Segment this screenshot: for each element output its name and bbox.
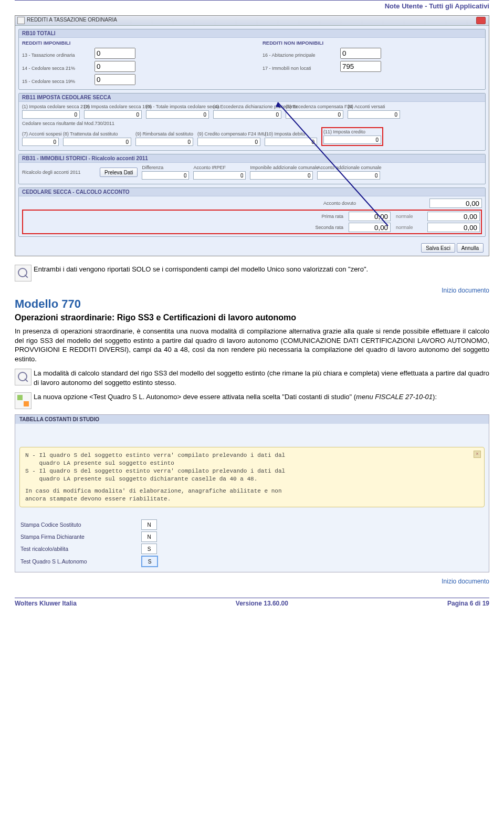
tip-line: In caso di modifica modalita' di elabora… xyxy=(25,487,479,495)
rb11-row2-intro: Cedolare secca risultante dal Mod.730/20… xyxy=(22,121,482,126)
acc-r2-label: Prima rata xyxy=(286,214,343,219)
impadd-field[interactable] xyxy=(250,171,313,180)
r17-field[interactable] xyxy=(340,61,381,72)
impadd-label: Imponibile addizionale comunale xyxy=(250,165,313,170)
acc-r2-side[interactable] xyxy=(427,212,480,221)
c7-field[interactable] xyxy=(22,138,59,146)
c10-label: (10) Imposta debito xyxy=(265,131,317,137)
c6-field[interactable] xyxy=(348,110,400,119)
c9a-field[interactable] xyxy=(135,138,193,146)
acc-r2-field[interactable] xyxy=(349,212,391,221)
c11-field[interactable] xyxy=(323,135,381,144)
r14-label: 14 - Cedolare secca 21% xyxy=(22,66,90,71)
c2-field[interactable] xyxy=(84,110,142,119)
note-text-3: La nuova opzione <Test Quadro S L. Auton… xyxy=(34,392,437,402)
accadd-label: Acconto addizionale comunale xyxy=(317,165,380,170)
rb31-ric-label: Ricalcolo degli acconti 2011 xyxy=(22,170,96,175)
screenshot-tax-dialog: REDDITI A TASSAZIONE ORDINARIA RB10 TOTA… xyxy=(15,15,489,256)
c4-field[interactable] xyxy=(213,110,281,119)
save-exit-button[interactable]: Salva Esci xyxy=(421,243,455,253)
c9b-label: (9) Credito compensato F24 IMU xyxy=(197,131,260,137)
window-title: REDDITI A TASSAZIONE ORDINARIA xyxy=(27,17,117,23)
cancel-button[interactable]: Annulla xyxy=(457,243,484,253)
magnifier-icon xyxy=(15,265,32,281)
acc-r3-field[interactable] xyxy=(349,223,391,232)
diff-label: Differenza xyxy=(142,165,189,170)
tip-line: quadro LA presente sul soggetto dichiara… xyxy=(25,475,479,483)
c5-field[interactable] xyxy=(286,110,343,119)
c5-label: (5) Eccedenza compensata F24 xyxy=(286,104,343,109)
c8-field[interactable] xyxy=(63,138,131,146)
tooltip-box: × N - Il quadro S del soggetto estinto v… xyxy=(19,447,485,507)
r13-label: 13 - Tassazione ordinaria xyxy=(22,53,90,58)
c9a-label: (9) Rimborsata dal sostituto xyxy=(135,131,193,137)
c4-label: (4) Eccedenza dichiarazione precedente xyxy=(213,104,281,109)
footer-left: Wolters Kluwer Italia xyxy=(15,600,77,607)
opt1-field[interactable] xyxy=(141,519,157,530)
r16-field[interactable] xyxy=(340,48,381,59)
tip-line: S - Il quadro S del soggetto estinto ver… xyxy=(25,467,479,475)
r14-field[interactable] xyxy=(94,61,135,72)
r15-field[interactable] xyxy=(94,74,135,85)
footer-right: Pagina 6 di 19 xyxy=(447,600,489,607)
rb10-col1: REDDITI IMPONIBILI xyxy=(22,40,242,46)
opt2-field[interactable] xyxy=(141,531,157,542)
footer-mid: Versione 13.60.00 xyxy=(236,600,288,607)
screenshot-costanti: TABELLA COSTANTI DI STUDIO × N - Il quad… xyxy=(15,414,489,572)
rb31-header: RB31 - IMMOBILI STORICI - Ricalcolo acco… xyxy=(19,154,485,163)
r13-field[interactable] xyxy=(94,48,135,59)
c3-label: (3) - Totale imposta cedolare secca xyxy=(146,104,209,109)
costanti-titlebar: TABELLA COSTANTI DI STUDIO xyxy=(15,415,489,424)
c3-field[interactable] xyxy=(146,110,209,119)
note-text-2: La modalità di calcolo standard del rigo… xyxy=(34,369,489,387)
opt2-label: Stampa Firma Dichiarante xyxy=(20,534,141,540)
magnifier-icon xyxy=(15,369,32,385)
c2-label: (2) Imposta cedolare secca 19% xyxy=(84,104,142,109)
c1-label: (1) Imposta cedolare secca 21% xyxy=(22,104,80,109)
accadd-field[interactable] xyxy=(317,171,380,180)
r15-label: 15 - Cedolare secca 19% xyxy=(22,79,90,84)
c1-field[interactable] xyxy=(22,110,80,119)
acc-r1-field[interactable] xyxy=(429,199,482,208)
acc-r2-note: normale xyxy=(396,214,422,219)
diff-field[interactable] xyxy=(142,171,189,180)
r16-label: 16 - Abitazione principale xyxy=(262,53,336,58)
acconto-header: CEDOLARE SECCA - CALCOLO ACCONTO xyxy=(19,188,485,196)
opt3-field[interactable] xyxy=(141,544,157,554)
c8-label: (8) Trattenuta dal sostituto xyxy=(63,131,131,137)
section-770-title: Modello 770 xyxy=(15,297,489,311)
tip-line: ancora stampate devono essere riabilitat… xyxy=(25,495,479,503)
opt4-field[interactable] xyxy=(141,556,158,567)
opt1-label: Stampa Codice Sostituto xyxy=(20,521,141,528)
rb10-header: RB10 TOTALI xyxy=(19,29,485,38)
irpef-label: Acconto IRPEF xyxy=(193,165,246,170)
acc-r1-label: Acconto dovuto xyxy=(298,201,356,206)
irpef-field[interactable] xyxy=(193,171,246,180)
section-770-para: In presenza di operazioni straordinarie,… xyxy=(15,327,489,363)
acc-r3-label: Seconda rata xyxy=(286,225,343,230)
c11-label: (11) Imposta credito xyxy=(323,129,381,134)
rb11-header: RB11 IMPOSTA CEDOLARE SECCA xyxy=(19,93,485,102)
note-text-1: Entrambi i dati vengono riportati SOLO s… xyxy=(34,265,368,274)
inizio-link-2[interactable]: Inizio documento xyxy=(15,578,489,585)
page-footer: Wolters Kluwer Italia Versione 13.60.00 … xyxy=(15,598,489,607)
tooltip-close-icon[interactable]: × xyxy=(474,451,481,458)
r17-label: 17 - Immobili non locati xyxy=(262,66,336,71)
opt3-label: Test ricalcolo/abilita xyxy=(20,546,141,552)
tip-line: N - Il quadro S del soggetto estinto ver… xyxy=(25,452,479,460)
close-icon[interactable] xyxy=(476,17,486,24)
opt4-label: Test Quadro S L.Autonomo xyxy=(20,558,141,565)
puzzle-icon xyxy=(15,392,32,409)
window-icon xyxy=(17,17,25,24)
acc-r3-side[interactable] xyxy=(427,223,480,232)
preleva-dati-button[interactable]: Preleva Dati xyxy=(100,168,138,177)
inizio-link-1[interactable]: Inizio documento xyxy=(15,287,489,294)
rb10-col2: REDDITI NON IMPONIBILI xyxy=(262,40,482,46)
c7-label: (7) Acconti sospesi xyxy=(22,131,59,137)
c10-field[interactable] xyxy=(265,138,317,146)
acc-r3-note: normale xyxy=(396,225,422,230)
tip-line: quadro LA presente sul soggetto estinto xyxy=(25,460,479,467)
section-770-subtitle: Operazioni straordinarie: Rigo SS3 e Cer… xyxy=(15,313,489,322)
c6-label: (6) Acconti versati xyxy=(348,104,400,109)
c9b-field[interactable] xyxy=(197,138,260,146)
